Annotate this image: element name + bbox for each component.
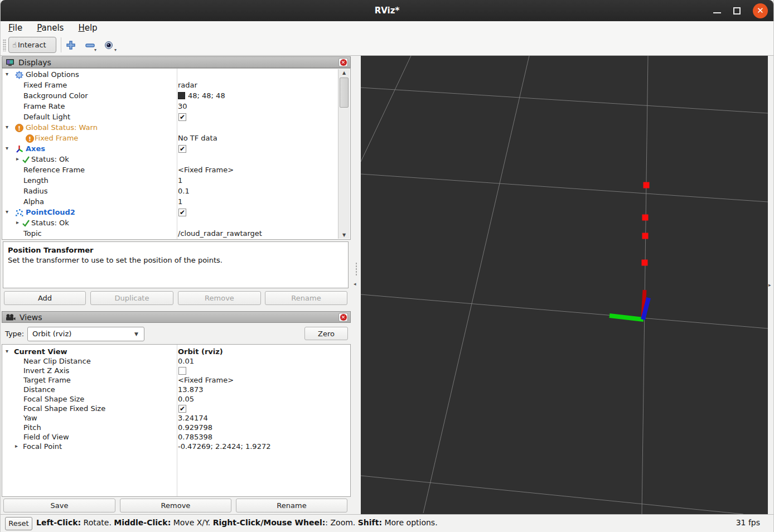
tree-row[interactable]: ▾Global Options (2, 70, 350, 80)
chevron-down-icon[interactable]: ▾ (114, 47, 117, 52)
tree-row[interactable]: Focal Shape Size0.05 (2, 394, 350, 404)
interact-button[interactable]: ☝ Interact (8, 37, 56, 53)
property-value[interactable]: 0.05 (178, 395, 194, 403)
displays-close-button[interactable]: ✕ (338, 58, 348, 67)
property-value[interactable]: -0.47269; 2.2424; 1.9272 (178, 442, 270, 451)
right-dock-edge[interactable]: ▸ (768, 56, 773, 514)
view-type-dropdown[interactable]: Orbit (rviz) ▼ (27, 327, 144, 341)
tree-row[interactable]: ▾!Global Status: Warn (2, 123, 350, 133)
menu-help[interactable]: Help (78, 23, 97, 33)
tree-row[interactable]: ▾Axes✔ (2, 144, 350, 154)
tree-row[interactable]: Background Color48; 48; 48 (2, 91, 350, 101)
property-value[interactable]: 3.24174 (178, 414, 208, 422)
tree-row[interactable]: Distance13.873 (2, 385, 350, 394)
property-value[interactable]: 0.785398 (178, 433, 212, 441)
minimize-icon[interactable] (713, 12, 721, 13)
rename-display-button[interactable]: Rename (265, 291, 347, 305)
rename-view-button[interactable]: Rename (236, 499, 347, 512)
property-value[interactable]: <Fixed Frame> (178, 166, 234, 174)
tree-row[interactable]: Reference Frame<Fixed Frame> (2, 165, 350, 176)
property-value[interactable]: 0.929798 (178, 423, 212, 432)
tree-row[interactable]: Near Clip Distance0.01 (2, 356, 350, 366)
checkbox-unchecked[interactable] (178, 367, 186, 375)
tree-row[interactable]: Fixed Frameradar (2, 80, 350, 91)
property-value[interactable]: 1 (178, 197, 182, 206)
zoom-out-minus-icon[interactable]: ▾ (84, 40, 95, 51)
add-button[interactable]: Add (4, 291, 86, 305)
expander-open-icon[interactable]: ▾ (6, 145, 8, 151)
checkbox-checked[interactable]: ✔ (178, 145, 186, 153)
tree-row[interactable]: !Fixed FrameNo TF data (2, 133, 350, 144)
property-value[interactable]: radar (178, 81, 197, 89)
property-value[interactable]: /cloud_radar_rawtarget (178, 229, 262, 238)
expander-closed-icon[interactable]: ▸ (16, 156, 19, 162)
tree-row[interactable]: Field of View0.785398 (2, 432, 350, 442)
reset-button[interactable]: Reset (5, 517, 32, 530)
axes-icon (15, 145, 23, 153)
tree-row[interactable]: Radius0.1 (2, 186, 350, 197)
tree-row[interactable]: Default Light✔ (2, 112, 350, 123)
chevron-down-icon[interactable]: ▾ (94, 47, 96, 52)
property-value[interactable]: 1 (178, 176, 182, 185)
property-value[interactable]: 0.1 (178, 187, 190, 195)
displays-panel-header[interactable]: Displays ✕ (2, 56, 351, 68)
checkbox-checked[interactable]: ✔ (178, 113, 186, 121)
eye-icon[interactable]: ▾ (104, 40, 115, 51)
property-value[interactable]: Orbit (rviz) (178, 347, 223, 356)
expander-open-icon[interactable]: ▾ (6, 209, 8, 215)
property-label: Near Clip Distance (23, 357, 91, 365)
dock-splitter[interactable]: ◂ (352, 56, 361, 514)
tree-row[interactable]: ▾Current ViewOrbit (rviz) (2, 347, 350, 356)
displays-tree[interactable]: ▲ ▼ ▾Global OptionsFixed FrameradarBackg… (2, 68, 351, 240)
tree-row[interactable]: Target Frame<Fixed Frame> (2, 375, 350, 385)
views-close-button[interactable]: ✕ (338, 313, 348, 322)
tree-row[interactable]: Focal Shape Fixed Size✔ (2, 404, 350, 413)
close-icon: ✕ (340, 59, 347, 66)
views-tree[interactable]: ▾Current ViewOrbit (rviz)Near Clip Dista… (2, 344, 351, 497)
duplicate-button[interactable]: Duplicate (90, 291, 173, 305)
expander-open-icon[interactable]: ▾ (6, 348, 8, 354)
zero-button[interactable]: Zero (304, 327, 348, 340)
property-label: Fixed Frame (35, 134, 78, 142)
property-value[interactable]: 0.01 (178, 357, 194, 365)
expand-right-icon[interactable]: ▸ (768, 282, 771, 288)
tree-row[interactable]: Alpha1 (2, 197, 350, 207)
titlebar[interactable]: RViz* ✕ (1, 0, 773, 21)
render-viewport-3d[interactable] (361, 56, 768, 514)
tree-row[interactable]: Topic/cloud_radar_rawtarget (2, 229, 350, 239)
views-panel-header[interactable]: Views ✕ (2, 311, 351, 323)
tree-row[interactable]: ▸Focal Point-0.47269; 2.2424; 1.9272 (2, 442, 350, 451)
zoom-in-plus-icon[interactable] (65, 40, 76, 51)
expander-open-icon[interactable]: ▾ (6, 71, 8, 77)
tree-row[interactable]: Pitch0.929798 (2, 423, 350, 432)
save-button[interactable]: Save (3, 499, 115, 512)
remove-display-button[interactable]: Remove (178, 291, 261, 305)
menu-panels[interactable]: Panels (37, 23, 64, 33)
maximize-icon[interactable] (733, 7, 741, 14)
tree-row[interactable]: ▾PointCloud2✔ (2, 207, 350, 218)
menu-file[interactable]: File (8, 23, 22, 33)
property-value[interactable]: <Fixed Frame> (178, 376, 234, 384)
svg-text:!: ! (28, 136, 31, 143)
checkbox-checked[interactable]: ✔ (178, 405, 186, 413)
tree-row[interactable]: Frame Rate30 (2, 101, 350, 112)
tree-row[interactable]: Yaw3.24174 (2, 413, 350, 423)
expander-open-icon[interactable]: ▾ (6, 124, 8, 130)
tree-row[interactable]: ▸Status: Ok (2, 154, 350, 165)
color-value[interactable]: 48; 48; 48 (178, 91, 225, 100)
close-icon: ✕ (340, 314, 347, 321)
checkbox-checked[interactable]: ✔ (178, 209, 186, 216)
expander-closed-icon[interactable]: ▸ (15, 443, 18, 449)
tree-row[interactable]: Invert Z Axis (2, 366, 350, 375)
collapse-left-icon[interactable]: ◂ (354, 281, 356, 287)
tree-row[interactable]: ▸Status: Ok (2, 218, 350, 229)
property-value[interactable]: 30 (178, 102, 187, 110)
close-icon[interactable]: ✕ (753, 3, 768, 18)
expander-closed-icon[interactable]: ▸ (16, 219, 19, 225)
property-value[interactable]: 13.873 (178, 385, 204, 394)
splitter-grip[interactable] (355, 262, 357, 277)
toolbar-grip[interactable] (3, 39, 6, 51)
tree-row[interactable]: Length1 (2, 176, 350, 186)
property-value[interactable]: No TF data (178, 134, 217, 142)
remove-view-button[interactable]: Remove (120, 499, 231, 512)
